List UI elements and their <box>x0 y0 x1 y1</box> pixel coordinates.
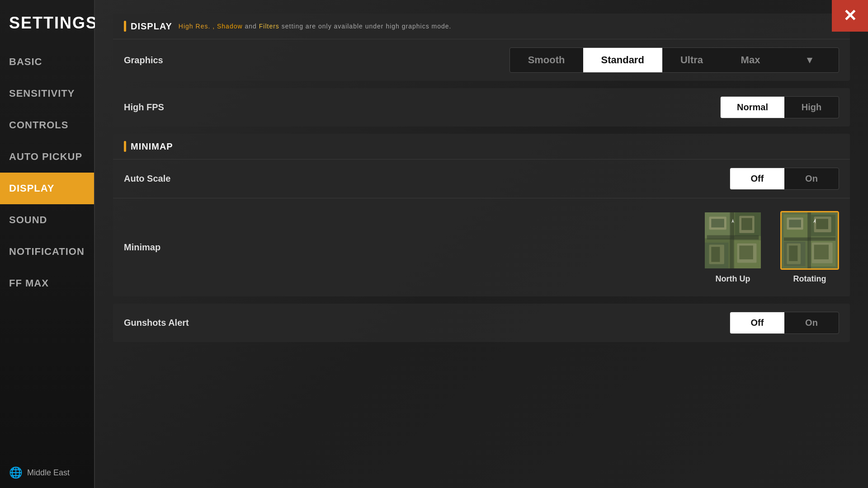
auto-scale-on-btn[interactable]: On <box>784 168 839 189</box>
svg-rect-8 <box>741 218 752 230</box>
sidebar-item-basic[interactable]: BASIC <box>0 46 94 78</box>
auto-scale-off-btn[interactable]: Off <box>730 168 784 189</box>
svg-rect-24 <box>816 219 828 229</box>
region-label: Middle East <box>27 468 70 478</box>
minimap-north-up-thumbnail <box>703 211 762 270</box>
globe-icon: 🌐 <box>9 466 23 479</box>
sidebar-item-display[interactable]: DISPLAY <box>0 173 94 204</box>
graphics-label: Graphics <box>124 55 163 66</box>
svg-rect-28 <box>814 245 829 259</box>
close-button[interactable]: ✕ <box>832 0 868 32</box>
svg-rect-14 <box>730 212 734 268</box>
graphics-smooth-btn[interactable]: Smooth <box>510 48 583 72</box>
close-icon: ✕ <box>843 6 857 25</box>
minimap-north-up-svg <box>705 212 761 268</box>
minimap-section: MINIMAP Auto Scale Off On Minimap <box>113 134 850 296</box>
graphics-more-btn[interactable]: ▾ <box>780 48 839 72</box>
minimap-rotating-svg <box>782 212 838 268</box>
minimap-section-header: MINIMAP <box>113 134 850 159</box>
gunshots-label: Gunshots Alert <box>124 318 189 328</box>
svg-rect-30 <box>807 212 811 268</box>
graphics-toggle-group: Smooth Standard Ultra Max ▾ <box>509 47 839 73</box>
sidebar-item-notification[interactable]: NOTIFICATION <box>0 236 94 267</box>
minimap-row: Minimap <box>113 198 850 296</box>
minimap-label: Minimap <box>124 242 160 253</box>
gunshots-on-btn[interactable]: On <box>784 312 839 333</box>
minimap-options: North Up <box>703 206 839 288</box>
display-section: DISPLAY High Res. , Shadow and Filters s… <box>113 14 850 81</box>
minimap-header-label: MINIMAP <box>131 141 173 152</box>
fps-high-btn[interactable]: High <box>784 97 839 118</box>
region-footer: 🌐 Middle East <box>0 457 94 488</box>
subtitle-shadow: Shadow <box>217 23 243 30</box>
minimap-rotating-thumbnail <box>780 211 839 270</box>
fps-section: High FPS Normal High <box>113 88 850 127</box>
display-subtitle: High Res. , Shadow and Filters setting a… <box>179 23 452 30</box>
svg-rect-6 <box>711 219 724 227</box>
subtitle-filters: Filters <box>259 23 279 30</box>
minimap-rotating-option[interactable]: Rotating <box>780 211 839 284</box>
display-section-header: DISPLAY High Res. , Shadow and Filters s… <box>113 14 850 39</box>
minimap-header-bar <box>124 141 126 152</box>
svg-rect-26 <box>789 245 797 261</box>
fps-row: High FPS Normal High <box>113 88 850 127</box>
auto-scale-toggle-group: Off On <box>730 168 839 190</box>
sidebar: SETTINGS BASIC SENSITIVITY CONTROLS AUTO… <box>0 0 95 488</box>
sidebar-item-sensitivity[interactable]: SENSITIVITY <box>0 78 94 109</box>
graphics-standard-btn[interactable]: Standard <box>583 48 662 72</box>
minimap-north-up-label: North Up <box>716 274 750 284</box>
subtitle-highres: High Res. , <box>179 23 215 30</box>
gunshots-section: Gunshots Alert Off On <box>113 304 850 342</box>
gunshots-toggle-group: Off On <box>730 312 839 334</box>
svg-rect-10 <box>711 247 720 262</box>
sidebar-item-sound[interactable]: SOUND <box>0 204 94 236</box>
main-content: ✕ DISPLAY High Res. , Shadow and Filters… <box>95 0 868 488</box>
minimap-north-up-option[interactable]: North Up <box>703 211 762 284</box>
auto-scale-row: Auto Scale Off On <box>113 159 850 198</box>
settings-title: SETTINGS <box>0 5 94 46</box>
subtitle-normal-and: and <box>245 23 259 30</box>
graphics-ultra-btn[interactable]: Ultra <box>662 48 721 72</box>
fps-label: High FPS <box>124 102 164 113</box>
sidebar-item-controls[interactable]: CONTROLS <box>0 109 94 141</box>
auto-scale-label: Auto Scale <box>124 174 170 184</box>
display-header-label: DISPLAY <box>131 21 172 32</box>
minimap-rotating-label: Rotating <box>793 274 826 284</box>
subtitle-suffix: setting are only available under high gr… <box>282 23 452 30</box>
sidebar-item-ff-max[interactable]: FF MAX <box>0 267 94 299</box>
svg-rect-12 <box>739 245 753 259</box>
gunshots-off-btn[interactable]: Off <box>730 312 784 333</box>
svg-rect-22 <box>789 220 801 227</box>
graphics-row: Graphics Smooth Standard Ultra Max ▾ <box>113 39 850 81</box>
header-bar <box>124 21 126 32</box>
fps-toggle-group: Normal High <box>720 96 839 118</box>
fps-normal-btn[interactable]: Normal <box>721 97 784 118</box>
sidebar-item-auto-pickup[interactable]: AUTO PICKUP <box>0 141 94 173</box>
graphics-max-btn[interactable]: Max <box>721 48 780 72</box>
gunshots-row: Gunshots Alert Off On <box>113 304 850 342</box>
